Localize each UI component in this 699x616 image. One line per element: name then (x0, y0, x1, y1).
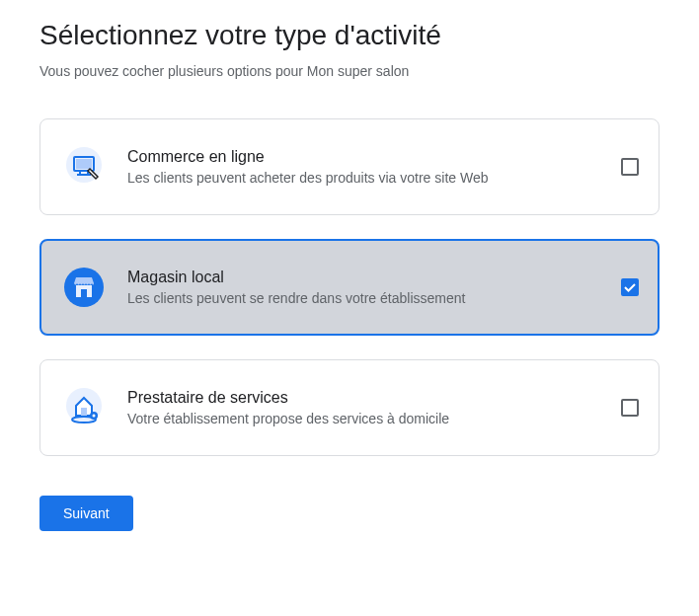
option-service-provider[interactable]: Prestataire de services Votre établissem… (39, 359, 660, 456)
option-title: Magasin local (127, 269, 609, 286)
next-button[interactable]: Suivant (39, 496, 133, 531)
option-online-retail[interactable]: Commerce en ligne Les clients peuvent ac… (39, 118, 660, 215)
monitor-icon (60, 143, 108, 191)
svg-rect-2 (76, 159, 92, 169)
store-icon (60, 264, 108, 311)
svg-point-13 (93, 415, 96, 418)
option-local-store[interactable]: Magasin local Les clients peuvent se ren… (39, 239, 660, 336)
option-desc: Les clients peuvent se rendre dans votre… (127, 290, 609, 306)
option-desc: Votre établissement propose des services… (127, 411, 609, 426)
option-text: Commerce en ligne Les clients peuvent ac… (127, 148, 609, 186)
option-desc: Les clients peuvent acheter des produits… (127, 170, 609, 186)
home-pin-icon (60, 384, 108, 431)
svg-rect-10 (81, 408, 87, 416)
option-text: Magasin local Les clients peuvent se ren… (127, 269, 609, 306)
checkbox-service-provider[interactable] (621, 399, 639, 417)
page-subtitle: Vous pouvez cocher plusieurs options pou… (39, 63, 660, 79)
page-title: Sélectionnez votre type d'activité (39, 20, 660, 51)
checkbox-local-store[interactable] (621, 278, 639, 296)
svg-rect-8 (81, 289, 87, 297)
checkbox-online-retail[interactable] (621, 158, 639, 176)
option-text: Prestataire de services Votre établissem… (127, 389, 609, 426)
option-title: Commerce en ligne (127, 148, 609, 166)
option-title: Prestataire de services (127, 389, 609, 407)
